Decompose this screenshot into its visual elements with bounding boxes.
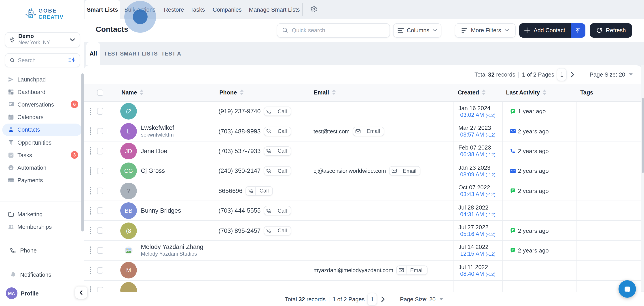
location-switcher[interactable]: Demo New York, NY [5, 32, 80, 47]
call-button[interactable]: Call [264, 166, 291, 176]
sidebar-item-calendars[interactable]: Calendars [0, 111, 84, 123]
column-header-created[interactable]: Created [458, 89, 479, 96]
tab-restore[interactable]: Restore [164, 0, 184, 19]
row-checkbox[interactable] [97, 148, 103, 154]
contact-avatar[interactable]: ? [120, 183, 137, 199]
tab-test-smart-lists[interactable]: TEST SMART LISTS [104, 42, 158, 65]
column-header-last-activity[interactable]: Last Activity [506, 89, 540, 96]
columns-button[interactable]: Columns [393, 23, 441, 38]
sidebar-search[interactable]: Search [5, 53, 80, 67]
contact-name[interactable]: Jane Doe [141, 148, 167, 154]
call-button[interactable]: Call [264, 126, 291, 136]
sidebar-item-label: Contacts [18, 126, 40, 133]
row-checkbox[interactable] [97, 188, 103, 194]
contact-name[interactable]: Lwskefwlkef [141, 124, 174, 131]
sidebar-item-payments[interactable]: Payments [0, 174, 84, 186]
email-button[interactable]: Email [396, 266, 428, 275]
sidebar-item-dashboard[interactable]: Dashboard [0, 86, 84, 98]
sidebar-item-label: Profile [21, 290, 39, 296]
sidebar-collapse-button[interactable] [75, 286, 87, 298]
row-checkbox[interactable] [97, 207, 103, 214]
select-all-checkbox[interactable] [97, 89, 103, 96]
page-size-select[interactable]: Page Size: 20 [590, 71, 633, 78]
chat-widget-button[interactable] [618, 280, 636, 298]
tab-tasks[interactable]: Tasks [190, 0, 205, 19]
next-page-button[interactable] [381, 296, 385, 302]
created-time: 12:15 AM (-12) [460, 251, 496, 257]
tab-test-a[interactable]: TEST A [161, 42, 181, 65]
row-checkbox[interactable] [97, 168, 103, 174]
sidebar-item-phone[interactable]: Phone [0, 244, 84, 257]
created-time: 08:40 AM (-12) [460, 271, 496, 277]
drag-handle-icon[interactable] [90, 107, 92, 115]
sidebar: GOBE CREATIV Demo New York, NY Search [0, 0, 84, 306]
contact-name[interactable]: Bunny Bridges [141, 207, 181, 214]
sidebar-item-marketing[interactable]: Marketing [0, 208, 84, 220]
created-date: Oct 07 2022 [458, 184, 496, 191]
more-filters-button[interactable]: More Filters [454, 23, 516, 38]
sidebar-item-opportunities[interactable]: Opportunities [0, 136, 84, 149]
drag-handle-icon[interactable] [90, 246, 92, 254]
page-number-box[interactable]: 1 [368, 292, 377, 305]
sidebar-item-tasks[interactable]: Tasks 3 [0, 149, 84, 161]
next-page-button[interactable] [571, 72, 575, 78]
email-button[interactable]: Email [389, 166, 420, 176]
tab-smart-lists[interactable]: Smart Lists [84, 0, 120, 19]
column-header-email[interactable]: Email [314, 89, 329, 96]
sidebar-item-automation[interactable]: Automation [0, 161, 84, 174]
contact-avatar[interactable]: (8 [120, 222, 137, 239]
contact-avatar[interactable]: CG [120, 163, 137, 179]
column-header-phone[interactable]: Phone [219, 89, 237, 96]
sidebar-scrollbar[interactable] [81, 73, 84, 231]
pagination-bottom: Total 32 records|1 of 2 Pages 1 Page Siz… [84, 292, 644, 306]
call-button[interactable]: Call [264, 206, 291, 215]
contact-avatar[interactable]: (2 [120, 103, 137, 120]
email-label: Email [399, 168, 420, 174]
row-checkbox[interactable] [97, 108, 103, 115]
drag-handle-icon[interactable] [90, 167, 92, 175]
drag-handle-icon[interactable] [90, 207, 92, 215]
call-button[interactable]: Call [264, 226, 291, 235]
main-scrollbar-thumb[interactable] [642, 98, 644, 173]
quick-search-input[interactable]: Quick search [276, 23, 390, 38]
contact-avatar[interactable]: L [120, 123, 137, 139]
email-button[interactable]: Email [353, 126, 384, 136]
tab-all[interactable]: All [86, 42, 100, 65]
settings-gear-icon[interactable] [310, 5, 318, 13]
tab-companies[interactable]: Companies [213, 0, 242, 19]
call-button[interactable]: Call [246, 186, 272, 196]
call-button[interactable]: Call [264, 107, 291, 116]
sidebar-item-launchpad[interactable]: Launchpad [0, 73, 84, 86]
column-header-name[interactable]: Name [122, 89, 137, 96]
envelope-icon [390, 167, 399, 175]
sidebar-item-memberships[interactable]: Memberships [0, 220, 84, 231]
sidebar-item-notifications[interactable]: Notifications [0, 268, 84, 281]
drag-handle-icon[interactable] [90, 187, 92, 195]
refresh-button[interactable]: Refresh [590, 23, 632, 38]
row-checkbox[interactable] [97, 247, 103, 254]
sidebar-item-profile[interactable]: MA Profile [0, 287, 84, 299]
page-number-box[interactable]: 1 [557, 68, 567, 81]
contact-name[interactable]: Cj Gross [141, 168, 165, 174]
column-header-tags[interactable]: Tags [580, 89, 593, 96]
contact-avatar[interactable]: BB [120, 202, 137, 219]
drag-handle-icon[interactable] [90, 127, 92, 135]
tab-manage-smart-lists[interactable]: Manage Smart Lists [249, 0, 300, 19]
row-checkbox[interactable] [97, 267, 103, 273]
add-contact-button[interactable]: Add Contact [519, 23, 570, 38]
sidebar-item-conversations[interactable]: Conversations 6 [0, 98, 84, 111]
import-contacts-button[interactable] [570, 23, 585, 38]
page-size-select[interactable]: Page Size: 20 [400, 296, 443, 302]
contact-name[interactable]: Melody Yazdani Zhang [141, 244, 204, 250]
contact-avatar[interactable]: JD [120, 143, 137, 159]
call-button[interactable]: Call [264, 146, 291, 156]
row-checkbox[interactable] [97, 227, 103, 234]
drag-handle-icon[interactable] [90, 266, 92, 274]
contact-avatar[interactable]: M [120, 262, 137, 279]
drag-handle-icon[interactable] [90, 226, 92, 235]
drag-handle-icon[interactable] [90, 147, 92, 155]
sidebar-item-contacts[interactable]: Contacts [2, 124, 82, 136]
row-checkbox[interactable] [97, 128, 103, 135]
contact-avatar[interactable] [124, 246, 133, 255]
caret-down-icon [439, 298, 443, 300]
